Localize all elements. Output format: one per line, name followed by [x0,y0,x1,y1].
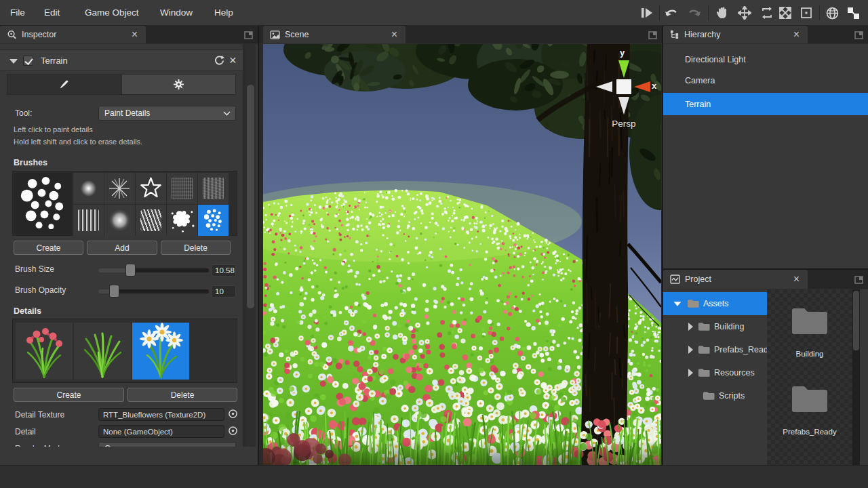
gizmo-y-axis-icon[interactable] [618,60,629,78]
brush-opacity-slider[interactable] [98,289,209,293]
maximize-icon[interactable] [244,30,254,39]
expand-arrow-icon[interactable] [688,369,693,377]
redo-icon[interactable] [686,5,703,21]
asset-building-folder[interactable]: Building [776,305,843,377]
rotate-tool-icon[interactable] [759,5,775,21]
scene-gizmo[interactable]: y x Persp [587,49,661,134]
brush-soft-round[interactable] [73,173,104,204]
foldout-triangle-icon[interactable] [674,302,682,306]
detail-white-daisies[interactable] [132,323,189,380]
close-icon[interactable]: × [793,29,800,40]
maximize-icon[interactable] [648,30,658,39]
brush-noise-texture[interactable] [198,173,229,204]
hierarchy-item-camera[interactable]: Camera [663,70,868,91]
close-icon[interactable]: × [793,274,800,285]
brush-create-button[interactable]: Create [14,241,83,255]
object-picker-icon[interactable] [228,409,238,419]
hierarchy-item-directional-light[interactable]: Directional Light [663,49,868,70]
inspector-scrollbar[interactable] [245,44,256,447]
menu-help[interactable]: Help [214,0,233,26]
menu-window[interactable]: Window [160,0,193,26]
terrain-component-header: Terrain × [0,49,243,71]
rect-tool-icon[interactable] [798,5,814,21]
project-scrollbar[interactable] [852,289,860,465]
project-scrollbar-thumb[interactable] [853,291,859,350]
tab-project[interactable]: Project × [663,270,808,289]
gizmo-down-axis-icon[interactable] [618,97,629,115]
brush-fluff[interactable] [104,205,135,236]
gizmo-left-axis-icon[interactable] [596,81,612,92]
brush-star-outline[interactable] [136,173,166,204]
scale-tool-icon[interactable] [777,5,793,21]
brush-dot-cluster-selected[interactable] [198,205,229,236]
folder-icon [698,322,710,331]
brush-size-slider[interactable] [98,268,209,272]
inspector-scrollbar-thumb[interactable] [247,85,254,308]
tool-dropdown[interactable]: Paint Details [98,106,236,121]
scene-viewport[interactable]: y x Persp [263,44,661,465]
brush-add-button[interactable]: Add [87,241,157,255]
brush-opacity-slider-thumb[interactable] [109,285,119,298]
inspector-panel: Inspector × Terrain × [0,26,258,465]
close-icon[interactable]: × [391,29,397,40]
expand-arrow-icon[interactable] [688,323,693,331]
tree-item-scripts[interactable]: Scripts [663,384,767,407]
tree-item-prefabs-ready[interactable]: Prefabs_Ready [663,338,767,361]
hand-tool-icon[interactable] [714,5,730,21]
maximize-icon[interactable] [854,275,864,284]
gizmo-center-cube[interactable] [616,79,631,94]
close-icon[interactable]: × [132,29,138,40]
menu-file[interactable]: File [10,0,25,26]
details-heading: Details [14,306,41,316]
asset-prefabs-ready-folder[interactable]: Prefabs_Ready [776,383,843,455]
brush-bark-texture[interactable] [167,173,197,204]
menu-edit[interactable]: Edit [44,0,60,26]
detail-green-grass[interactable] [74,323,131,380]
step-play-icon[interactable] [639,5,655,21]
object-picker-icon[interactable] [228,426,238,436]
brush-opacity-label: Brush Opacity [15,285,66,295]
component-enabled-checkbox[interactable] [23,56,33,66]
tab-inspector[interactable]: Inspector × [0,26,146,43]
detail-create-button[interactable]: Create [14,388,124,402]
detail-red-flowers[interactable] [16,323,73,380]
menu-game-object[interactable]: Game Object [85,0,139,26]
help-line-2: Hold left shift and click to erase detai… [14,138,142,146]
project-icon [670,274,680,284]
undo-icon[interactable] [663,5,679,21]
expand-arrow-icon[interactable] [688,346,693,354]
detail-texture-label: Detail Texture [15,410,64,420]
refresh-icon[interactable] [214,55,225,66]
brush-delete-button[interactable]: Delete [161,241,231,255]
tab-terrain-settings[interactable] [121,75,236,94]
globe-icon[interactable] [824,5,840,21]
render-mode-dropdown[interactable]: Grass [98,442,236,447]
hierarchy-item-terrain[interactable]: Terrain [663,93,868,115]
tab-hierarchy[interactable]: Hierarchy × [663,26,808,43]
brush-splatter[interactable] [167,205,197,236]
detail-field[interactable]: None (GameObject) [98,425,224,438]
move-tool-icon[interactable] [736,5,753,21]
menubar: File Edit Game Object Window Help [0,0,868,26]
pivot-toggle-icon[interactable] [845,5,861,21]
brush-opacity-value[interactable]: 10 [212,285,236,298]
tab-scene[interactable]: Scene × [263,26,406,43]
brush-size-value[interactable]: 10.58 [212,264,236,277]
render-mode-value: Grass [104,444,126,447]
detail-texture-field[interactable]: RTT_Blueflowers (Texture2D) [98,408,224,421]
brush-scratch[interactable] [136,205,166,236]
tree-item-building[interactable]: Building [663,315,767,338]
detail-delete-button[interactable]: Delete [127,388,237,402]
brush-size-slider-thumb[interactable] [125,264,136,277]
tree-item-resources[interactable]: Resources [663,361,767,384]
maximize-icon[interactable] [854,30,864,39]
close-icon[interactable]: × [229,54,237,68]
tab-paint-brush[interactable] [7,75,121,94]
foldout-triangle-icon[interactable] [9,59,18,64]
folder-icon [790,383,829,414]
gizmo-mode-label[interactable]: Persp [587,119,661,129]
brush-streak-texture[interactable] [73,205,104,236]
tree-item-assets[interactable]: Assets [663,292,767,315]
gizmo-x-axis-icon[interactable] [634,81,650,92]
brush-sparkle[interactable] [104,173,135,204]
